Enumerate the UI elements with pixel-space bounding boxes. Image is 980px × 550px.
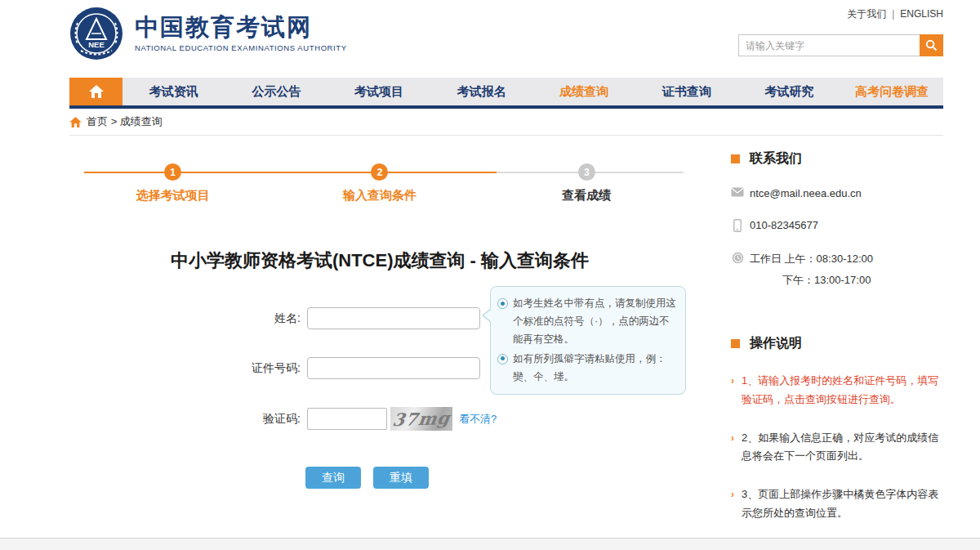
breadcrumb-home-icon — [69, 117, 82, 127]
score-query-form: 姓名: 证件号码: 验证码: 37mg 看不清? 查询 重填 — [69, 307, 690, 489]
step-1-label: 选择考试项目 — [136, 188, 210, 203]
clock-icon — [732, 252, 744, 264]
envelope-icon — [731, 187, 744, 197]
captcha-image[interactable]: 37mg — [390, 407, 452, 431]
step-1-dot: 1 — [164, 163, 181, 181]
nav-item-announcements[interactable]: 公示公告 — [225, 78, 328, 105]
step-1-select-exam: 1 选择考试项目 — [69, 163, 276, 203]
step-2-label: 输入查询条件 — [343, 188, 416, 203]
name-input-tooltip: 如考生姓名中带有点，请复制使用这个标准的点符号（·），点的两边不能再有空格。 如… — [490, 286, 686, 395]
contact-email: ntce@mail.neea.edu.cn — [731, 187, 943, 199]
step-2-enter-criteria: 2 输入查询条件 — [276, 163, 483, 203]
contact-phone-text: 010-82345677 — [750, 219, 818, 231]
contact-email-text: ntce@mail.neea.edu.cn — [750, 187, 862, 199]
reset-button[interactable]: 重填 — [373, 467, 429, 489]
site-title: 中国教育考试网 — [135, 15, 347, 41]
nav-item-gaokao-survey[interactable]: 高考问卷调查 — [840, 78, 943, 105]
about-us-link[interactable]: 关于我们 — [847, 8, 886, 20]
link-separator: | — [892, 8, 894, 20]
nav-item-exam-registration[interactable]: 考试报名 — [430, 78, 533, 105]
step-3-view-scores: 3 查看成绩 — [483, 163, 690, 203]
contact-hours-line2: 下午：13:00-17:00 — [731, 273, 943, 288]
instructions-section-title: 操作说明 — [731, 335, 943, 352]
step-2-dot: 2 — [371, 163, 388, 181]
step-3-dot: 3 — [578, 163, 595, 181]
main-content: 1 选择考试项目 2 输入查询条件 3 查看成绩 中小学教师资格考试(NTCE)… — [69, 136, 690, 523]
id-number-input[interactable] — [307, 357, 480, 379]
orange-square-bullet — [731, 339, 740, 348]
nav-home-button[interactable] — [69, 78, 122, 105]
name-label: 姓名: — [237, 311, 301, 326]
captcha-input[interactable] — [307, 408, 387, 430]
sidebar: 联系我们 ntce@mail.neea.edu.cn 010-82345677 — [731, 136, 943, 523]
contact-hours-line1: 工作日 上午：08:30-12:00 — [750, 252, 873, 266]
nav-item-exam-news[interactable]: 考试资讯 — [122, 78, 225, 105]
captcha-label: 验证码: — [237, 412, 301, 427]
contact-section-title: 联系我们 — [731, 150, 943, 168]
nav-item-exam-programs[interactable]: 考试项目 — [327, 78, 430, 105]
id-number-label: 证件号码: — [237, 361, 301, 376]
instruction-item-3: › 3、页面上部操作步骤中橘黄色字体内容表示您所处的查询位置。 — [731, 485, 943, 523]
instructions-section: 操作说明 › 1、请输入报考时的姓名和证件号码，填写验证码，点击查询按钮进行查询… — [731, 335, 943, 523]
english-link[interactable]: ENGLISH — [900, 8, 943, 20]
contact-hours: 工作日 上午：08:30-12:00 — [731, 252, 943, 266]
site-header: NEE 中国教育考试网 NATIONAL EDUCATION EXAMINATI… — [69, 0, 943, 78]
search-input[interactable] — [738, 34, 920, 56]
search-button[interactable] — [920, 34, 943, 56]
arrow-bullet-icon: › — [731, 373, 734, 390]
home-icon — [89, 85, 104, 98]
breadcrumb-separator: > — [111, 115, 118, 127]
arrow-bullet-icon: › — [731, 430, 734, 447]
site-subtitle: NATIONAL EDUCATION EXAMINATIONS AUTHORIT… — [135, 43, 347, 52]
breadcrumb-current: 成绩查询 — [120, 115, 163, 127]
main-navigation: 考试资讯 公示公告 考试项目 考试报名 成绩查询 证书查询 考试研究 高考问卷调… — [69, 78, 943, 109]
neea-emblem-icon: NEE — [69, 7, 123, 60]
svg-text:NEE: NEE — [88, 40, 105, 49]
instruction-item-2: › 2、如果输入信息正确，对应考试的成绩信息将会在下一个页面列出。 — [731, 429, 943, 467]
tooltip-note-1: 如考生姓名中带有点，请复制使用这个标准的点符号（·），点的两边不能再有空格。 — [497, 295, 677, 349]
footer-bar — [0, 538, 980, 550]
top-utility-links: 关于我们|ENGLISH — [847, 7, 943, 21]
page-title: 中小学教师资格考试(NTCE)成绩查询 - 输入查询条件 — [69, 248, 690, 273]
instruction-item-1: › 1、请输入报考时的姓名和证件号码，填写验证码，点击查询按钮进行查询。 — [731, 372, 943, 409]
search-box — [738, 34, 943, 56]
tooltip-note-2: 如有所列孤僻字请粘贴使用，例：奱、仐、堘。 — [497, 351, 677, 387]
captcha-refresh-link[interactable]: 看不清? — [459, 412, 497, 427]
radio-bullet-icon — [497, 298, 508, 309]
search-icon — [925, 39, 938, 51]
arrow-bullet-icon: › — [731, 486, 734, 503]
site-logo: NEE 中国教育考试网 NATIONAL EDUCATION EXAMINATI… — [69, 7, 347, 60]
captcha-code-text: 37mg — [391, 408, 452, 430]
name-input[interactable] — [307, 307, 480, 329]
contact-phone: 010-82345677 — [731, 219, 943, 232]
step-3-label: 查看成绩 — [562, 188, 611, 203]
breadcrumb-home-link[interactable]: 首页 — [87, 115, 108, 127]
breadcrumb: 首页 > 成绩查询 — [69, 109, 943, 136]
nav-item-score-query[interactable]: 成绩查询 — [533, 78, 636, 105]
nav-item-exam-research[interactable]: 考试研究 — [738, 78, 841, 105]
radio-bullet-icon — [497, 354, 508, 364]
phone-icon — [733, 219, 742, 232]
orange-square-bullet — [731, 154, 740, 163]
nav-item-certificate-query[interactable]: 证书查询 — [635, 78, 738, 105]
step-indicator: 1 选择考试项目 2 输入查询条件 3 查看成绩 — [69, 163, 690, 211]
query-button[interactable]: 查询 — [305, 467, 361, 489]
